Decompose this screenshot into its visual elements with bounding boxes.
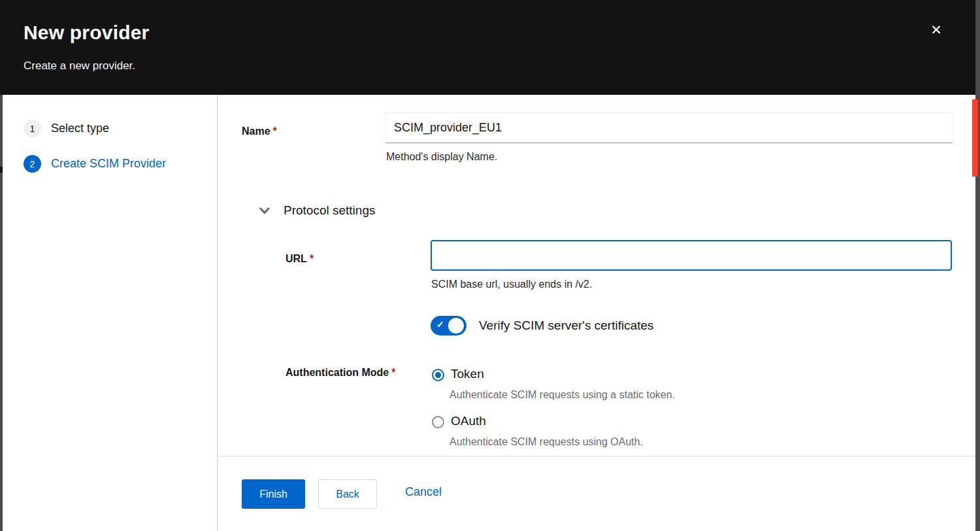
protocol-settings-section-toggle[interactable]: Protocol settings [259,203,375,218]
window-scrollbar-track[interactable] [975,0,980,531]
verify-certificates-toggle[interactable]: ✓ [431,316,466,335]
verify-certificates-label[interactable]: Verify SCIM server's certificates [479,318,654,333]
radio-token-label[interactable]: Token [451,367,484,381]
check-icon: ✓ [436,319,444,330]
required-asterisk: * [273,126,277,137]
required-asterisk: * [391,367,395,378]
close-icon[interactable]: ✕ [927,21,945,39]
radio-oauth-description: Authenticate SCIM requests using OAuth. [449,436,643,448]
wizard-step-create-scim-provider[interactable]: 2 Create SCIM Provider [24,155,217,173]
step-label: Select type [51,122,109,135]
name-input[interactable] [385,112,953,143]
radio-token-description: Authenticate SCIM requests using a stati… [449,389,675,401]
cancel-button[interactable]: Cancel [405,485,442,499]
toggle-knob [448,318,464,334]
window-left-edge [0,95,3,531]
step-label: Create SCIM Provider [51,157,166,171]
url-label-text: URL [286,253,307,264]
modal-title: New provider [24,22,975,44]
url-helper-text: SCIM base url, usually ends in /v2. [431,279,592,290]
auth-mode-label-text: Authentication Mode [286,367,389,378]
radio-oauth-label[interactable]: OAuth [451,414,486,428]
step-number-badge: 2 [24,155,41,173]
url-field-label: URL* [286,253,314,265]
name-field-label: Name* [242,126,277,137]
footer-divider [218,456,975,456]
wizard-step-select-type[interactable]: 1 Select type [24,120,217,137]
modal-subtitle: Create a new provider. [24,60,975,73]
name-label-text: Name [242,126,270,137]
required-asterisk: * [310,253,314,264]
modal-scrollbar-thumb[interactable] [972,99,978,177]
name-helper-text: Method's display Name. [386,151,497,163]
modal-body: 1 Select type 2 Create SCIM Provider Nam… [0,95,975,531]
protocol-settings-title: Protocol settings [284,203,375,218]
back-button[interactable]: Back [318,479,377,509]
radio-token[interactable] [432,369,444,381]
url-input[interactable] [431,240,952,271]
chevron-down-icon [259,207,270,214]
window-left-edge-mark [0,167,3,173]
auth-mode-field-label: Authentication Mode* [286,367,395,379]
modal-header: New provider Create a new provider. ✕ [0,0,975,95]
provider-form: Name* Method's display Name. Protocol se… [218,95,975,531]
step-number-badge: 1 [24,120,41,137]
finish-button[interactable]: Finish [242,479,305,509]
radio-oauth[interactable] [432,416,444,428]
wizard-nav: 1 Select type 2 Create SCIM Provider [0,95,218,531]
